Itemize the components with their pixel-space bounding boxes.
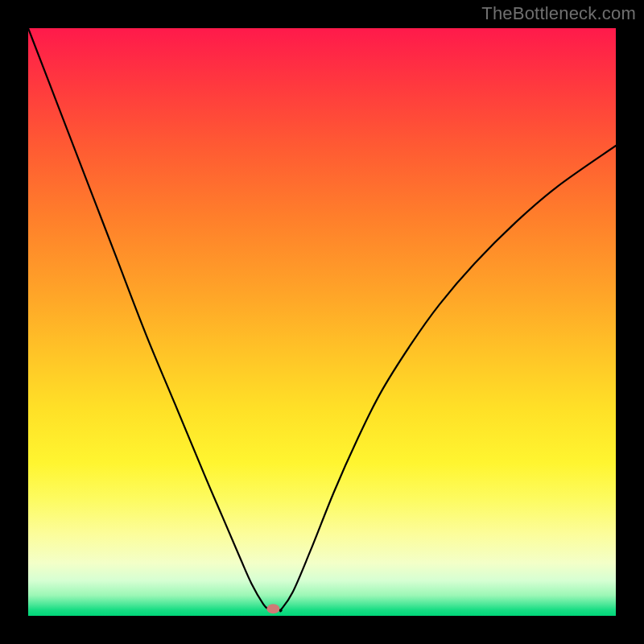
plot-area <box>28 28 616 616</box>
plot-svg <box>28 28 616 616</box>
bottleneck-curve <box>28 28 616 611</box>
watermark-text: TheBottleneck.com <box>481 3 636 24</box>
optimum-marker <box>266 604 279 613</box>
chart-stage: TheBottleneck.com <box>0 0 644 644</box>
